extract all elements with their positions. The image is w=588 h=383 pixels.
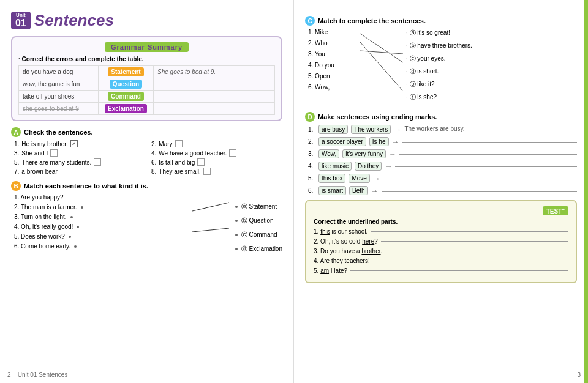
list-item: 3. Do you have a brother.: [314, 248, 568, 255]
svg-line-0: [192, 203, 229, 211]
table-row: take off your shoes Command: [19, 91, 275, 103]
list-item: 5. There are many students.: [14, 158, 145, 166]
list-item: 7. a brown bear: [14, 168, 145, 175]
section-d-circle: D: [305, 112, 315, 122]
checkbox-6[interactable]: [197, 158, 205, 166]
word-tag: are busy: [318, 125, 348, 134]
section-d-title: Make sentences using ending marks.: [318, 113, 437, 121]
test-answer-line: [371, 231, 568, 232]
section-d-content: 1. are busy The workers → The workers ar…: [308, 125, 577, 195]
section-d-header: D Make sentences using ending marks.: [305, 112, 577, 122]
list-item: 5. Open: [308, 73, 357, 80]
table-row: do you have a dog Statement She goes to …: [19, 66, 275, 78]
svg-line-4: [360, 51, 403, 54]
section-c-circle: C: [305, 16, 315, 26]
list-item: ⓓ Exclamation: [235, 245, 282, 253]
checkbox-4[interactable]: [229, 149, 236, 157]
section-b-title: Match each sentence to what kind it is.: [24, 182, 148, 190]
table-row: she goes-to-bed at 9 Exclamation: [19, 103, 275, 115]
list-item: · ⓕ is she?: [406, 93, 577, 102]
grammar-summary-subtitle: · Correct the errors and complete the ta…: [18, 56, 275, 62]
list-item: ⓑ Question: [235, 217, 282, 225]
section-a-title: Check the sentences.: [24, 128, 93, 136]
list-item: 1. He is my brother. ✓: [14, 140, 145, 147]
list-item: 4. like music Do they →: [308, 162, 577, 171]
list-item: 2. Mary: [151, 140, 282, 147]
list-item: · ⓒ your eyes.: [406, 54, 577, 63]
arrow-icon: →: [392, 138, 399, 146]
gs-answer-4: [154, 103, 275, 115]
unit-number: 01: [15, 18, 26, 28]
gs-type-2: Question: [99, 78, 154, 91]
checkbox-1[interactable]: ✓: [70, 140, 78, 147]
section-b-right: ⓐ Statement ⓑ Question ⓒ Command ⓓ Excla…: [235, 194, 282, 269]
section-c-right: · ⓐ it's so great! · ⓑ have three brothe…: [406, 29, 577, 106]
checkbox-2[interactable]: [175, 140, 183, 147]
checkbox-8[interactable]: [203, 168, 211, 175]
section-a-circle: A: [11, 127, 21, 137]
list-item: 4. Are they teachers!: [314, 258, 568, 264]
list-item: 4. Do you: [308, 62, 357, 69]
test-box: TEST+ Correct the underlined parts. 1. t…: [305, 200, 577, 283]
list-item: 3. She and I: [14, 149, 145, 157]
page-right: C Match to complete the sentences. 1. Mi…: [294, 0, 588, 383]
table-row: wow, the game is fun Question: [19, 78, 275, 91]
checkbox-5[interactable]: [94, 158, 101, 166]
word-tag: this box: [318, 174, 345, 183]
unit-header: Unit 01 Sentences: [11, 11, 282, 30]
arrow-icon: →: [373, 174, 380, 183]
word-tag: Move: [349, 174, 369, 183]
arrow-icon: →: [385, 162, 392, 171]
section-b-match: 1. Are you happy? 2. The man is a farmer…: [14, 194, 282, 269]
list-item: 2. Oh, it's so cold here?: [314, 238, 568, 245]
gs-original-3: take off your shoes: [19, 91, 99, 103]
section-c-match: 1. Mike 2. Who 3. You 4. Do you 5. Open …: [308, 29, 577, 106]
gs-original-2: wow, the game is fun: [19, 78, 99, 91]
page-number-right: 3: [577, 371, 581, 378]
answer-field: [402, 141, 578, 143]
green-accent-bar: [584, 0, 588, 383]
list-item: 6. Wow,: [308, 84, 357, 91]
list-item: 2. Who: [308, 40, 357, 46]
list-item: · ⓓ is short.: [406, 67, 577, 76]
match-c-lines: [357, 29, 406, 106]
section-b-header: B Match each sentence to what kind it is…: [11, 181, 282, 191]
test-header: TEST+: [314, 206, 568, 215]
list-item: 6. Is tall and big: [151, 158, 282, 166]
list-item: 1. Mike: [308, 29, 357, 35]
list-item: 2. a soccer player Is he →: [308, 137, 577, 146]
svg-line-1: [192, 228, 229, 232]
test-title: Correct the underlined parts.: [314, 218, 568, 225]
list-item: 5. Does she work?: [14, 233, 186, 240]
gs-answer-1: She goes to bed at 9.: [154, 66, 275, 78]
svg-line-2: [360, 34, 403, 62]
grammar-summary-title: Grammar Summary: [105, 42, 189, 52]
list-item: 4. Oh, it's really good!: [14, 223, 186, 230]
unit-badge: Unit 01: [11, 12, 31, 29]
check-grid: 1. He is my brother. ✓ 2. Mary 3. She an…: [14, 140, 282, 175]
answer-field: The workers are busy.: [404, 125, 577, 133]
list-item: 4. We have a good teacher.: [151, 149, 282, 157]
list-item: ⓐ Statement: [235, 203, 282, 211]
answer-field: [382, 190, 577, 192]
gs-type-4: Exclamation: [99, 103, 154, 115]
arrow-icon: →: [371, 187, 379, 195]
word-tag: like music: [318, 162, 352, 171]
test-answer-line: [385, 251, 568, 251]
arrow-icon: →: [394, 125, 401, 134]
checkbox-3[interactable]: [50, 149, 58, 157]
list-item: 1. Are you happy?: [14, 194, 186, 201]
list-item: · ⓔ like it?: [406, 80, 577, 89]
list-item: 2. The man is a farmer.: [14, 204, 186, 210]
answer-field: [395, 166, 577, 167]
word-tag: is smart: [318, 186, 346, 195]
test-answer-line: [381, 241, 568, 242]
gs-answer-3: [154, 91, 275, 103]
list-item: 5. am I late?: [314, 267, 568, 274]
word-tag: Is he: [369, 137, 389, 146]
word-tag: a soccer player: [318, 137, 366, 146]
section-c-header: C Match to complete the sentences.: [305, 16, 577, 26]
word-tag: The workers: [351, 125, 391, 134]
list-item: 5. this box Move →: [308, 174, 577, 183]
list-item: 6. Come home early.: [14, 243, 186, 250]
